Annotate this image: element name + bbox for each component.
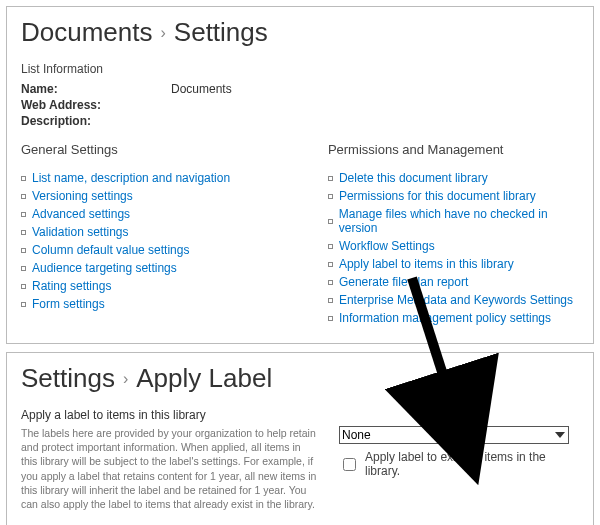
breadcrumb-current: Apply Label xyxy=(136,363,272,394)
list-item: Delete this document library xyxy=(328,171,579,185)
list-item: Workflow Settings xyxy=(328,239,579,253)
general-link-0[interactable]: List name, description and navigation xyxy=(32,171,230,185)
apply-existing-row[interactable]: Apply label to existing items in the lib… xyxy=(339,450,579,478)
list-item: Enterprise Metadata and Keywords Setting… xyxy=(328,293,579,307)
bullet-icon xyxy=(21,212,26,217)
bullet-icon xyxy=(328,280,333,285)
general-link-6[interactable]: Rating settings xyxy=(32,279,111,293)
bullet-icon xyxy=(21,248,26,253)
bullet-icon xyxy=(21,302,26,307)
permissions-list: Delete this document libraryPermissions … xyxy=(328,171,579,325)
bullet-icon xyxy=(328,262,333,267)
bullet-icon xyxy=(328,176,333,181)
info-label-desc: Description: xyxy=(21,114,171,128)
general-link-7[interactable]: Form settings xyxy=(32,297,105,311)
bullet-icon xyxy=(328,244,333,249)
apply-existing-label: Apply label to existing items in the lib… xyxy=(365,450,579,478)
chevron-right-icon: › xyxy=(159,24,168,42)
info-row-name: Name: Documents xyxy=(21,82,579,96)
chevron-right-icon: › xyxy=(121,370,130,388)
breadcrumb-top: Documents › Settings xyxy=(21,17,579,48)
breadcrumb-root[interactable]: Documents xyxy=(21,17,153,48)
bullet-icon xyxy=(328,316,333,321)
perm-link-1[interactable]: Permissions for this document library xyxy=(339,189,536,203)
list-item: Rating settings xyxy=(21,279,328,293)
info-row-web: Web Address: xyxy=(21,98,579,112)
list-item: Information management policy settings xyxy=(328,311,579,325)
list-information-heading: List Information xyxy=(21,62,579,76)
bullet-icon xyxy=(21,176,26,181)
apply-label-panel: Settings › Apply Label Apply a label to … xyxy=(6,352,594,525)
perm-link-2[interactable]: Manage files which have no checked in ve… xyxy=(339,207,579,235)
bullet-icon xyxy=(21,194,26,199)
label-select[interactable]: None xyxy=(339,426,569,444)
general-link-5[interactable]: Audience targeting settings xyxy=(32,261,177,275)
info-label-name: Name: xyxy=(21,82,171,96)
list-item: Form settings xyxy=(21,297,328,311)
bullet-icon xyxy=(21,284,26,289)
info-row-desc: Description: xyxy=(21,114,579,128)
bullet-icon xyxy=(21,266,26,271)
perm-link-6[interactable]: Enterprise Metadata and Keywords Setting… xyxy=(339,293,573,307)
bullet-icon xyxy=(21,230,26,235)
breadcrumb-bottom: Settings › Apply Label xyxy=(21,363,579,394)
apply-label-description: The labels here are provided by your org… xyxy=(21,426,319,511)
perm-link-5[interactable]: Generate file plan report xyxy=(339,275,468,289)
general-link-4[interactable]: Column default value settings xyxy=(32,243,189,257)
list-item: Validation settings xyxy=(21,225,328,239)
info-label-web: Web Address: xyxy=(21,98,171,112)
bullet-icon xyxy=(328,194,333,199)
bullet-icon xyxy=(328,298,333,303)
perm-link-4[interactable]: Apply label to items in this library xyxy=(339,257,514,271)
list-item: Advanced settings xyxy=(21,207,328,221)
perm-link-3[interactable]: Workflow Settings xyxy=(339,239,435,253)
apply-existing-checkbox[interactable] xyxy=(343,458,356,471)
general-link-3[interactable]: Validation settings xyxy=(32,225,129,239)
general-settings-heading: General Settings xyxy=(21,142,328,157)
apply-label-heading: Apply a label to items in this library xyxy=(21,408,319,422)
general-settings-list: List name, description and navigationVer… xyxy=(21,171,328,311)
list-item: Generate file plan report xyxy=(328,275,579,289)
perm-link-7[interactable]: Information management policy settings xyxy=(339,311,551,325)
general-link-1[interactable]: Versioning settings xyxy=(32,189,133,203)
list-item: Audience targeting settings xyxy=(21,261,328,275)
documents-settings-panel: Documents › Settings List Information Na… xyxy=(6,6,594,344)
list-item: Versioning settings xyxy=(21,189,328,203)
list-item: Manage files which have no checked in ve… xyxy=(328,207,579,235)
list-item: List name, description and navigation xyxy=(21,171,328,185)
list-item: Permissions for this document library xyxy=(328,189,579,203)
breadcrumb-current: Settings xyxy=(174,17,268,48)
breadcrumb-root[interactable]: Settings xyxy=(21,363,115,394)
list-item: Apply label to items in this library xyxy=(328,257,579,271)
permissions-heading: Permissions and Management xyxy=(328,142,579,157)
general-link-2[interactable]: Advanced settings xyxy=(32,207,130,221)
info-value-name: Documents xyxy=(171,82,232,96)
list-item: Column default value settings xyxy=(21,243,328,257)
bullet-icon xyxy=(328,219,333,224)
perm-link-0[interactable]: Delete this document library xyxy=(339,171,488,185)
